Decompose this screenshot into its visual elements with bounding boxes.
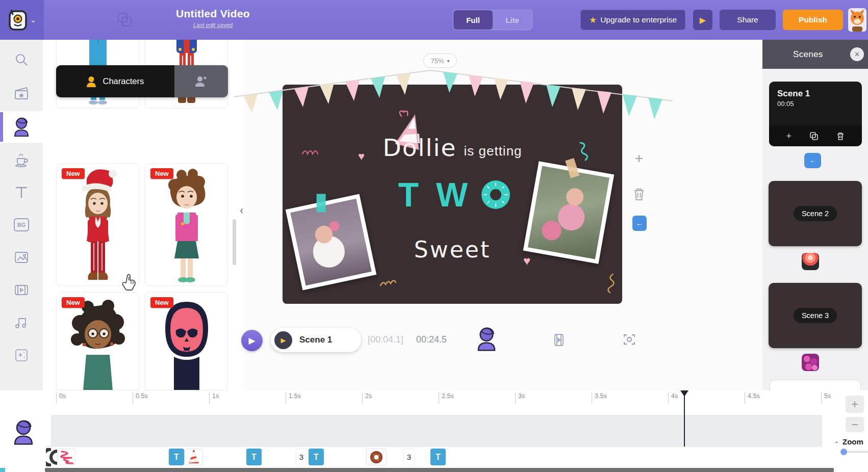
upgrade-enterprise-button[interactable]: ★ Upgrade to enterprise [580,10,685,30]
left-sidebar: BG [0,40,43,390]
party-hat-icon [187,450,200,465]
scene-transition-button-1[interactable]: ← [804,153,821,168]
canvas-zoom-dropdown[interactable]: 75% ▾ [423,54,457,68]
share-button[interactable]: Share [720,10,776,30]
video-icon [13,283,30,297]
timeline-playhead[interactable] [680,390,688,448]
ruler-tick: 3.5s [592,392,607,404]
ruler-tick: 0s [56,392,66,404]
sidebar-item-effects[interactable] [0,339,43,371]
character-card-curly-kid[interactable]: New [145,163,228,286]
duplicate-project-icon[interactable] [116,11,134,29]
character-thumb-curly-kid [156,164,217,285]
sidebar-item-characters[interactable] [0,111,43,143]
slide-bottom-word[interactable]: Sweet [283,237,622,263]
search-icon [14,52,29,67]
zoom-slider-handle[interactable] [840,449,847,455]
publish-button[interactable]: Publish [783,10,843,30]
collapse-panel-chevron[interactable]: ‹ [240,204,243,217]
clip-count-1[interactable]: 3 [296,449,307,465]
timeline-zoom-out-button[interactable]: − [846,417,864,432]
transition-thumb-bubbles[interactable] [802,354,819,371]
transition-back-button[interactable]: ← [632,216,647,231]
zoom-value: 75% [430,57,444,65]
sidebar-item-music[interactable] [0,307,43,338]
slide-name-text: Dollie [382,134,456,162]
sidebar-item-videos[interactable] [0,274,43,306]
ruler-tick: 5s [821,392,831,404]
transition-thumb-radial[interactable] [802,253,819,270]
scene-card-3[interactable]: Scene 3 [769,283,862,348]
scene-2-label: Scene 2 [794,206,837,221]
sidebar-item-images[interactable] [0,242,43,273]
upgrade-label: Upgrade to enterprise [600,15,677,24]
clip-ribbon-squiggle[interactable] [57,449,75,465]
storyboard-button[interactable] [552,333,566,347]
confetti-squiggle-gold [378,277,401,291]
sidebar-item-props[interactable] [0,144,43,175]
scene-card-next-partial[interactable] [770,380,861,390]
scene-play-icon[interactable]: ▶ [274,331,292,349]
clip-party-hat[interactable] [185,449,203,465]
clip-donut[interactable] [366,449,387,465]
character-icon [13,117,30,137]
timeline-zoom-in-button[interactable]: + [846,396,864,413]
clip-text-4[interactable]: T [430,449,446,465]
user-avatar[interactable] [848,8,866,32]
character-card-afro-girl[interactable]: New [56,292,139,390]
sidebar-item-backgrounds[interactable]: BG [0,209,43,241]
scene-track-block[interactable] [51,415,822,447]
duplicate-scene-button[interactable] [809,132,819,141]
tab-characters[interactable]: Characters [56,65,174,97]
donut-letter-o-icon [480,179,512,211]
character-track-label-icon[interactable] [12,419,35,445]
timeline: 0s 0.5s 1s 1.5s 2s 2.5s 3s 3.5s 4s 4.5s … [0,390,868,472]
scene-1-duration: 00:05 [777,100,862,108]
characters-scrollbar[interactable] [233,219,236,265]
focus-fit-button[interactable] [623,333,635,346]
add-scene-button[interactable]: + [786,131,792,142]
video-canvas[interactable]: ♥ ♥ Dollie is getting TW [283,85,622,304]
scene-card-2[interactable]: Scene 2 [769,181,862,246]
header-bar: ⌄ Untitled Video Last edit saved Full Li… [0,0,868,40]
bunting-flags-decoration [229,65,678,137]
character-card-santa-girl[interactable]: New [56,163,139,286]
scenes-panel: Scenes ✕ Scene 1 00:05 + [762,40,868,390]
scenes-panel-header: Scenes ✕ [762,40,868,69]
tab-characters-label: Characters [103,76,144,86]
preview-play-button[interactable]: ▶ [693,10,712,30]
back-arrow-icon: ← [636,219,643,227]
app-logo-menu[interactable]: ⌄ [0,0,44,40]
toggle-full[interactable]: Full [453,10,493,30]
characters-panel: Characters New [43,40,244,390]
timeline-horizontal-scrollbar[interactable] [45,468,834,472]
clip-text-3[interactable]: T [309,449,324,465]
new-badge: New [150,168,173,179]
play-scene-button[interactable]: ▶ [241,330,263,351]
delete-scene-button[interactable] [836,132,845,141]
scene-selector-pill[interactable]: ▶ Scene 1 [271,328,361,352]
confetti-squiggle-gold-2 [605,272,618,295]
sidebar-item-text[interactable] [0,176,43,208]
slide-big-word[interactable]: TW [283,175,622,214]
clip-text-1[interactable]: T [169,449,184,465]
delete-trash-button[interactable] [632,187,646,202]
image-icon [13,250,30,265]
slide-headline[interactable]: Dollie is getting [283,134,622,162]
scene-card-1[interactable]: Scene 1 00:05 + [769,82,862,146]
add-scene-plus-button[interactable]: + [631,151,647,166]
character-card-skull[interactable]: New [145,292,228,390]
tab-create-character[interactable] [174,65,228,97]
coffee-cup-icon [13,151,30,168]
toggle-lite[interactable]: Lite [493,10,532,30]
clip-text-2[interactable]: T [246,449,262,465]
sidebar-item-search[interactable] [0,44,43,75]
play-icon: ▶ [700,15,706,25]
timeline-zoom-slider[interactable] [840,451,868,453]
sidebar-item-templates[interactable] [0,77,43,109]
close-icon[interactable]: ✕ [850,47,864,61]
character-track-button[interactable] [476,326,497,352]
new-badge: New [150,297,173,308]
ruler-tick: 1.5s [286,392,301,404]
clip-count-2[interactable]: 3 [403,449,415,465]
